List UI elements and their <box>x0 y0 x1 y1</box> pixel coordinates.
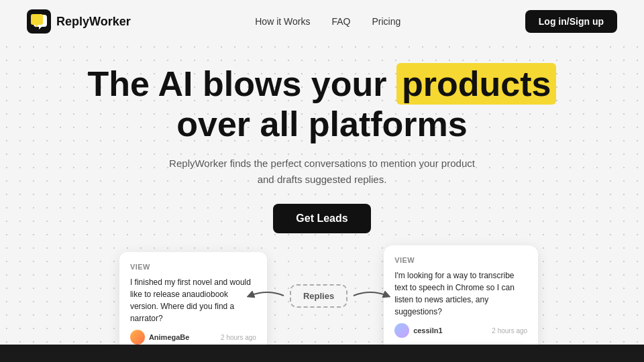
arrow-left <box>247 286 287 306</box>
heading-highlight: products <box>396 63 556 105</box>
card-right-view-label: View <box>394 255 527 266</box>
hero-sub-line1: ReplyWorker finds the perfect conversati… <box>169 158 475 169</box>
card-right-username: cessiln1 <box>413 325 442 337</box>
hero-subtext: ReplyWorker finds the perfect conversati… <box>0 156 644 188</box>
navbar: ReplyWorker How it Works FAQ Pricing Log… <box>0 0 644 43</box>
avatar-cessiln1 <box>394 323 409 338</box>
logo[interactable]: ReplyWorker <box>27 9 131 34</box>
nav-item-faq[interactable]: FAQ <box>331 16 350 27</box>
heading-before: The AI blows your <box>88 64 387 103</box>
card-right-user-row: cessiln1 2 hours ago <box>394 323 527 338</box>
replies-badge: Replies <box>290 284 347 308</box>
card-left-view-label: View <box>130 261 256 273</box>
card-left-time: 2 hours ago <box>221 333 256 343</box>
nav-item-how-it-works[interactable]: How it Works <box>255 16 310 27</box>
arrow-right <box>350 286 390 306</box>
logo-text: ReplyWorker <box>56 15 131 29</box>
hero-sub-line2: and drafts suggested replies. <box>258 174 387 185</box>
avatar-animegabe <box>130 330 145 345</box>
hero-heading: The AI blows your products over all plat… <box>0 64 644 145</box>
hero-section: The AI blows your products over all plat… <box>0 43 644 233</box>
nav-links: How it Works FAQ Pricing <box>255 16 400 27</box>
card-right-time: 2 hours ago <box>492 326 527 336</box>
logo-icon <box>27 9 51 34</box>
nav-item-pricing[interactable]: Pricing <box>372 16 400 27</box>
card-left-body: I finished my first novel and would like… <box>130 276 256 324</box>
login-button[interactable]: Log in/Sign up <box>525 10 617 33</box>
cta-button[interactable]: Get Leads <box>273 204 370 233</box>
heading-after: over all platforms <box>176 105 467 143</box>
card-left-user-row: AnimegaBe 2 hours ago <box>130 330 256 345</box>
card-right-body: I'm looking for a way to transcribe text… <box>394 269 527 318</box>
bottom-bar <box>0 345 644 362</box>
card-left-username: AnimegaBe <box>149 332 190 343</box>
